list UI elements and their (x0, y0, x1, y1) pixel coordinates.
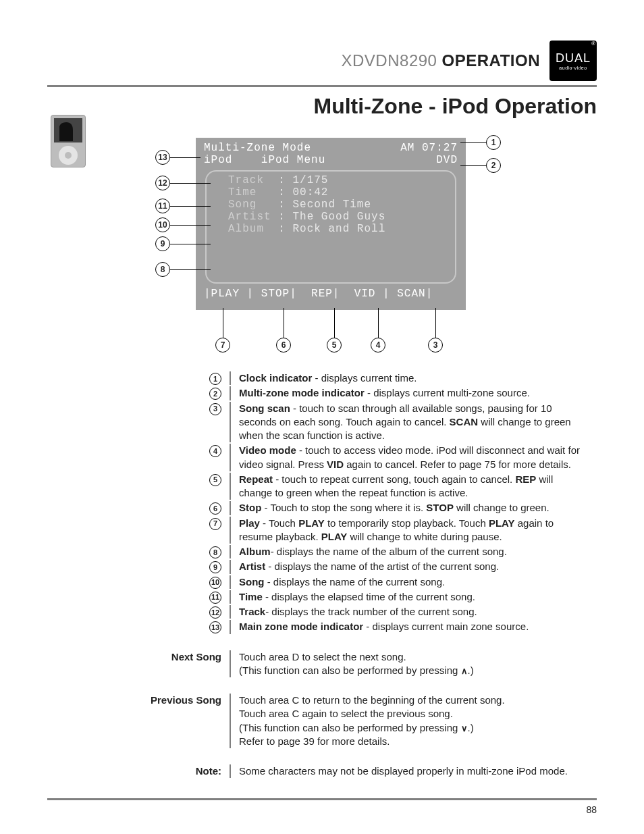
logo-brand: DUAL (556, 51, 591, 66)
note-label: Note: (149, 764, 230, 778)
brand-logo: ® DUAL audio·video (549, 41, 597, 81)
legend-row: 3Song scan - touch to scan through all a… (149, 402, 583, 443)
next-song-line2: (This function can also be performed by … (239, 664, 583, 677)
callout-5: 5 (327, 338, 342, 353)
section-title: Multi-Zone - iPod Operation (47, 94, 597, 119)
up-caret-icon: ∧ (461, 666, 468, 676)
artist-label: Artist (228, 211, 271, 223)
track-label: Track (228, 174, 264, 186)
time-value: 00:42 (292, 186, 328, 199)
screen-zone-right: DVD (436, 154, 458, 166)
legend-text: Stop - Touch to stop the song where it i… (239, 501, 583, 515)
legend-row: 11Time - displays the elapsed time of th… (149, 590, 583, 604)
callout-7: 7 (215, 338, 230, 353)
footer-rule (47, 798, 597, 800)
legend-row: 7Play - Touch PLAY to temporarily stop p… (149, 517, 583, 544)
callout-2: 2 (486, 158, 501, 173)
legend-row: 10Song - displays the name of the curren… (149, 575, 583, 589)
screen-zone-left: iPod (204, 154, 232, 166)
note-text: Some characters may not be displayed pro… (239, 764, 583, 778)
callout-4: 4 (371, 338, 385, 353)
legend-number: 12 (209, 606, 221, 619)
screen-diagram: Multi-Zone Mode AM 07:27 iPod iPod Menu … (155, 131, 506, 361)
legend-text: Video mode - touch to access video mode.… (239, 444, 583, 471)
page-number: 88 (586, 804, 597, 815)
artist-value: The Good Guys (292, 211, 385, 223)
callout-10: 10 (155, 217, 170, 232)
legend-text: Repeat - touch to repeat current song, t… (239, 473, 583, 500)
legend-row: 6Stop - Touch to stop the song where it … (149, 501, 583, 515)
ipod-icon (51, 115, 86, 167)
next-song-label: Next Song (149, 650, 230, 678)
legend-list: 1Clock indicator - displays current time… (149, 371, 583, 634)
screen-softkey-bar: |PLAY | STOP| REP| VID | SCAN| (204, 288, 458, 300)
legend-number: 4 (209, 445, 221, 457)
screen-zone-mid: iPod Menu (261, 154, 325, 166)
prev-song-line2: Touch area C again to select the previou… (239, 707, 583, 721)
legend-text: Multi-zone mode indicator - displays cur… (239, 386, 583, 400)
legend-row: 13Main zone mode indicator - displays cu… (149, 620, 583, 633)
legend-number: 11 (209, 592, 221, 604)
legend-text: Track- displays the track number of the … (239, 605, 583, 619)
next-song-section: Next Song Touch area D to select the nex… (149, 650, 583, 678)
header-rule (47, 85, 597, 87)
prev-song-line4: Refer to page 39 for more details. (239, 735, 583, 748)
callout-9: 9 (155, 236, 170, 251)
down-caret-icon: ∨ (461, 723, 468, 733)
legend-text: Clock indicator - displays current time. (239, 371, 583, 385)
legend-text: Main zone mode indicator - displays curr… (239, 620, 583, 633)
callout-8: 8 (155, 262, 170, 277)
legend-number: 7 (209, 518, 221, 530)
legend-text: Time - displays the elapsed time of the … (239, 590, 583, 604)
prev-song-section: Previous Song Touch area C to return to … (149, 694, 583, 748)
callout-6: 6 (276, 338, 291, 353)
album-value: Rock and Roll (292, 223, 385, 235)
screen-mode-title: Multi-Zone Mode (204, 142, 311, 154)
note-section: Note: Some characters may not be display… (149, 764, 583, 778)
legend-number: 5 (209, 474, 221, 486)
callout-12: 12 (155, 176, 170, 190)
prev-song-line3: (This function can also be performed by … (239, 721, 583, 735)
callout-11: 11 (155, 199, 170, 213)
legend-number: 9 (209, 561, 221, 573)
legend-row: 9Artist - displays the name of the artis… (149, 560, 583, 573)
screen-clock: AM 07:27 (400, 142, 458, 154)
legend-number: 3 (209, 403, 221, 415)
album-label: Album (228, 223, 264, 235)
callout-13: 13 (155, 150, 170, 165)
legend-text: Song - displays the name of the current … (239, 575, 583, 589)
song-label: Song (228, 199, 257, 211)
track-value: 1/175 (292, 174, 328, 186)
prev-song-line1: Touch area C to return to the beginning … (239, 694, 583, 707)
legend-number: 8 (209, 546, 221, 558)
legend-row: 1Clock indicator - displays current time… (149, 371, 583, 385)
legend-row: 8Album- displays the name of the album o… (149, 545, 583, 558)
next-song-line1: Touch area D to select the next song. (239, 650, 583, 664)
device-screen: Multi-Zone Mode AM 07:27 iPod iPod Menu … (196, 138, 466, 310)
page-header: XDVDN8290 OPERATION (342, 51, 540, 70)
legend-row: 12Track- displays the track number of th… (149, 605, 583, 619)
song-value: Second Time (292, 199, 371, 211)
operation-label: OPERATION (442, 51, 540, 70)
legend-text: Album- displays the name of the album of… (239, 545, 583, 558)
legend-number: 1 (209, 373, 221, 385)
legend-row: 4Video mode - touch to access video mode… (149, 444, 583, 471)
legend-row: 5Repeat - touch to repeat current song, … (149, 473, 583, 500)
legend-number: 2 (209, 388, 221, 400)
callout-3: 3 (428, 338, 443, 353)
legend-row: 2Multi-zone mode indicator - displays cu… (149, 386, 583, 400)
logo-sub: audio·video (559, 66, 587, 70)
callout-1: 1 (486, 135, 501, 150)
legend-text: Play - Touch PLAY to temporarily stop pl… (239, 517, 583, 544)
legend-text: Artist - displays the name of the artist… (239, 560, 583, 573)
legend-text: Song scan - touch to scan through all av… (239, 402, 583, 443)
prev-song-label: Previous Song (149, 694, 230, 748)
legend-number: 10 (209, 577, 221, 589)
model-number: XDVDN8290 (342, 51, 437, 70)
time-label: Time (228, 186, 257, 199)
legend-number: 13 (209, 621, 221, 633)
legend-number: 6 (209, 502, 221, 515)
